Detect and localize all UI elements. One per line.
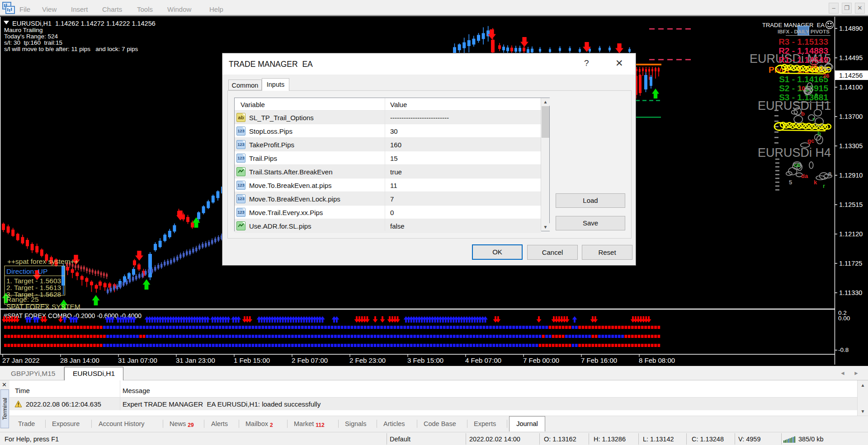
svg-text:10: 10 bbox=[798, 85, 805, 92]
svg-text:r: r bbox=[812, 116, 815, 122]
svg-text:28 Jan 14:00: 28 Jan 14:00 bbox=[60, 356, 99, 364]
svg-text:S3 - 1.13681: S3 - 1.13681 bbox=[779, 93, 828, 102]
svg-text:EURUSDi H4: EURUSDi H4 bbox=[758, 146, 831, 159]
svg-text:b: b bbox=[801, 110, 805, 117]
svg-text:TRADE MANAGER EA: TRADE MANAGER EA bbox=[762, 22, 825, 28]
svg-text:1.14890: 1.14890 bbox=[839, 25, 863, 32]
svg-text:27 Jan 2022: 27 Jan 2022 bbox=[2, 356, 40, 364]
svg-text:2 Feb 07:00: 2 Feb 07:00 bbox=[292, 356, 328, 364]
svg-text:7 Feb 16:00: 7 Feb 16:00 bbox=[581, 356, 617, 364]
svg-text:1.11725: 1.11725 bbox=[839, 260, 862, 267]
svg-text:R3 - 1.15133: R3 - 1.15133 bbox=[778, 37, 828, 47]
svg-text:ck: ck bbox=[794, 162, 801, 169]
svg-text:++spat forex system++: ++spat forex system++ bbox=[7, 258, 79, 265]
svg-text:s/l: 30 tp:160 trail:15: s/l: 30 tp:160 trail:15 bbox=[4, 39, 62, 46]
svg-text:31 Jan 23:00: 31 Jan 23:00 bbox=[176, 356, 215, 364]
svg-text:2 Feb 23:00: 2 Feb 23:00 bbox=[349, 356, 386, 364]
svg-text:26: 26 bbox=[823, 72, 829, 79]
svg-text:-0.8: -0.8 bbox=[838, 347, 849, 353]
svg-text:Mauro Trailing: Mauro Trailing bbox=[4, 27, 43, 33]
svg-text:8: 8 bbox=[828, 171, 831, 178]
svg-text:1.13305: 1.13305 bbox=[839, 142, 863, 150]
svg-text:1 Feb 15:00: 1 Feb 15:00 bbox=[234, 356, 270, 364]
svg-text:1.13700: 1.13700 bbox=[839, 113, 863, 120]
svg-text:Direction: UP: Direction: UP bbox=[6, 267, 47, 275]
svg-text:R1 - 1.14649: R1 - 1.14649 bbox=[778, 55, 828, 65]
svg-text:1.14100: 1.14100 bbox=[839, 84, 863, 91]
svg-text:Range: 25: Range: 25 bbox=[6, 295, 39, 303]
svg-text:s/l will move to b/e after: 11: s/l will move to b/e after: 11 pips and … bbox=[4, 46, 138, 52]
svg-text:1.11330: 1.11330 bbox=[839, 289, 862, 296]
svg-text:7 Feb 00:00: 7 Feb 00:00 bbox=[523, 356, 559, 364]
svg-text:R2 - 1.14883: R2 - 1.14883 bbox=[778, 46, 828, 56]
svg-text:1.14256: 1.14256 bbox=[839, 72, 863, 79]
svg-text:1.12120: 1.12120 bbox=[839, 230, 863, 238]
svg-text:9: 9 bbox=[815, 92, 818, 99]
svg-text:k: k bbox=[814, 179, 817, 186]
svg-text:1.12515: 1.12515 bbox=[839, 201, 863, 208]
svg-text:8 Feb 08:00: 8 Feb 08:00 bbox=[639, 356, 675, 364]
svg-text:31 Jan 07:00: 31 Jan 07:00 bbox=[118, 356, 157, 364]
svg-text:r: r bbox=[823, 183, 825, 189]
svg-text:4 Feb 07:00: 4 Feb 07:00 bbox=[465, 356, 501, 364]
svg-text:da: da bbox=[801, 173, 808, 179]
svg-text:Today's Range: 524: Today's Range: 524 bbox=[4, 33, 58, 40]
svg-text:1.14495: 1.14495 bbox=[839, 54, 863, 61]
svg-text:SPAT FOREX SYSTEM: SPAT FOREX SYSTEM bbox=[6, 303, 80, 310]
svg-text:S1 - 1.14165: S1 - 1.14165 bbox=[779, 75, 828, 84]
svg-text:5: 5 bbox=[789, 179, 792, 186]
svg-text:EURUSDi,H1 1.14262 1.14272 1.: EURUSDi,H1 1.14262 1.14272 1.14222 1.142… bbox=[12, 20, 156, 27]
svg-text:gc: gc bbox=[807, 137, 814, 144]
svg-text:25: 25 bbox=[811, 62, 817, 69]
svg-text:1.12910: 1.12910 bbox=[839, 172, 863, 179]
svg-text:0.00: 0.00 bbox=[838, 315, 850, 322]
svg-text:3 Feb 15:00: 3 Feb 15:00 bbox=[407, 356, 443, 364]
svg-text:h: h bbox=[817, 130, 821, 137]
svg-text:IBFX - DAILY PIVOTS: IBFX - DAILY PIVOTS bbox=[778, 29, 830, 34]
